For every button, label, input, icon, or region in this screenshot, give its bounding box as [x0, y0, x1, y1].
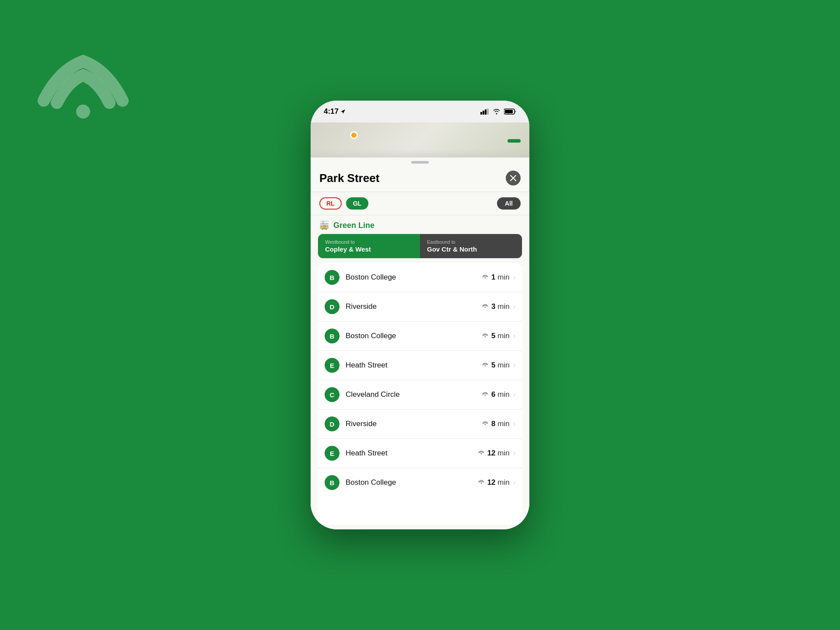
line-badge: D: [325, 416, 340, 431]
line-badge: B: [325, 270, 340, 285]
arrival-time-section: 12 min: [478, 449, 510, 458]
arrival-time: 12 min: [487, 478, 510, 487]
location-arrow-icon: [340, 109, 346, 114]
chevron-right-icon: ›: [513, 303, 515, 311]
arrival-row[interactable]: C Cleveland Circle 6 min ›: [318, 380, 522, 410]
arrival-time: 1 min: [491, 273, 510, 282]
svg-point-8: [485, 307, 486, 308]
status-bar: 4:17: [311, 101, 529, 122]
bottom-sheet: Park Street RL GL All 🚋 Green Line: [311, 158, 529, 529]
realtime-icon: [478, 450, 485, 457]
realtime-icon: [482, 274, 489, 281]
line-badge: C: [325, 387, 340, 402]
arrival-time-section: 1 min: [482, 273, 510, 282]
eastbound-tab-name: Gov Ctr & North: [427, 245, 515, 253]
arrival-time: 5 min: [491, 332, 510, 340]
arrival-destination: Heath Street: [346, 361, 482, 370]
line-section-title: Green Line: [333, 221, 374, 230]
map-preview[interactable]: [311, 122, 529, 158]
arrival-destination: Boston College: [346, 332, 482, 340]
arrival-row[interactable]: B Boston College 1 min ›: [318, 263, 522, 292]
chevron-right-icon: ›: [513, 332, 515, 340]
arrival-time: 12 min: [487, 449, 510, 458]
realtime-icon: [482, 303, 489, 310]
chevron-right-icon: ›: [513, 420, 515, 428]
station-title: Park Street: [319, 172, 379, 185]
arrival-time: 8 min: [491, 420, 510, 428]
arrival-row[interactable]: E Heath Street 12 min ›: [318, 439, 522, 468]
svg-rect-3: [485, 109, 486, 115]
close-icon: [510, 175, 516, 181]
line-filter-row: RL GL All: [311, 192, 529, 215]
map-location-dot: [350, 131, 358, 139]
arrival-row[interactable]: E Heath Street 5 min ›: [318, 351, 522, 380]
realtime-icon: [482, 332, 489, 340]
green-line-pill[interactable]: GL: [346, 197, 368, 210]
line-badge: E: [325, 358, 340, 373]
arrival-time-section: 3 min: [482, 302, 510, 311]
svg-rect-2: [483, 111, 484, 115]
arrival-time-section: 8 min: [482, 420, 510, 428]
westbound-tab[interactable]: Westbound to Copley & West: [318, 234, 420, 258]
realtime-icon: [482, 362, 489, 369]
arrival-row[interactable]: D Riverside 8 min ›: [318, 410, 522, 439]
eastbound-tab-label: Eastbound to: [427, 239, 515, 245]
direction-tabs: Westbound to Copley & West Eastbound to …: [318, 234, 522, 259]
svg-point-7: [485, 277, 486, 279]
svg-point-10: [485, 365, 486, 367]
svg-point-13: [480, 453, 482, 455]
svg-point-12: [485, 424, 486, 425]
line-badge: B: [325, 329, 340, 343]
arrival-time: 5 min: [491, 361, 510, 370]
svg-point-9: [485, 336, 486, 337]
phone-device: 4:17: [311, 101, 529, 529]
arrival-time-section: 5 min: [482, 332, 510, 340]
realtime-icon: [482, 420, 489, 427]
section-header: 🚋 Green Line: [311, 215, 529, 234]
westbound-tab-label: Westbound to: [325, 239, 413, 245]
svg-point-14: [480, 483, 482, 484]
arrival-destination: Heath Street: [346, 449, 478, 458]
battery-icon: [504, 108, 516, 115]
background-wifi-icon: [35, 35, 131, 124]
arrival-row[interactable]: B Boston College 12 min ›: [318, 468, 522, 497]
train-icon: 🚋: [319, 220, 329, 230]
arrival-time-section: 12 min: [478, 478, 510, 487]
arrival-time-section: 6 min: [482, 390, 510, 399]
phone-screen: 4:17: [311, 101, 529, 529]
arrival-destination: Boston College: [346, 273, 482, 282]
chevron-right-icon: ›: [513, 449, 515, 457]
red-line-pill[interactable]: RL: [319, 197, 342, 210]
arrival-time: 6 min: [491, 390, 510, 399]
realtime-icon: [478, 479, 485, 486]
green-line-map-indicator: [508, 139, 521, 143]
chevron-right-icon: ›: [513, 391, 515, 399]
line-badge: D: [325, 299, 340, 314]
arrival-row[interactable]: D Riverside 3 min ›: [318, 292, 522, 322]
chevron-right-icon: ›: [513, 273, 515, 281]
svg-point-0: [76, 105, 90, 119]
arrivals-list: B Boston College 1 min › D Riverside: [318, 263, 522, 525]
signal-icon: [480, 108, 489, 115]
arrival-row[interactable]: B Boston College 5 min ›: [318, 322, 522, 351]
time-display: 4:17: [324, 107, 339, 116]
arrival-destination: Riverside: [346, 420, 482, 428]
eastbound-tab[interactable]: Eastbound to Gov Ctr & North: [420, 234, 522, 258]
wifi-icon: [493, 108, 500, 115]
arrival-time-section: 5 min: [482, 361, 510, 370]
line-pills: RL GL: [319, 197, 368, 210]
svg-rect-1: [480, 112, 482, 115]
arrival-destination: Boston College: [346, 478, 478, 487]
status-time: 4:17: [324, 107, 346, 116]
all-filter-pill[interactable]: All: [497, 197, 521, 210]
status-icons: [480, 108, 516, 115]
svg-point-11: [485, 395, 486, 396]
realtime-icon: [482, 391, 489, 398]
chevron-right-icon: ›: [513, 361, 515, 369]
westbound-tab-name: Copley & West: [325, 245, 413, 253]
close-button[interactable]: [506, 171, 521, 186]
sheet-header: Park Street: [311, 164, 529, 192]
line-badge: B: [325, 475, 340, 490]
arrival-destination: Cleveland Circle: [346, 390, 482, 399]
arrival-time: 3 min: [491, 302, 510, 311]
